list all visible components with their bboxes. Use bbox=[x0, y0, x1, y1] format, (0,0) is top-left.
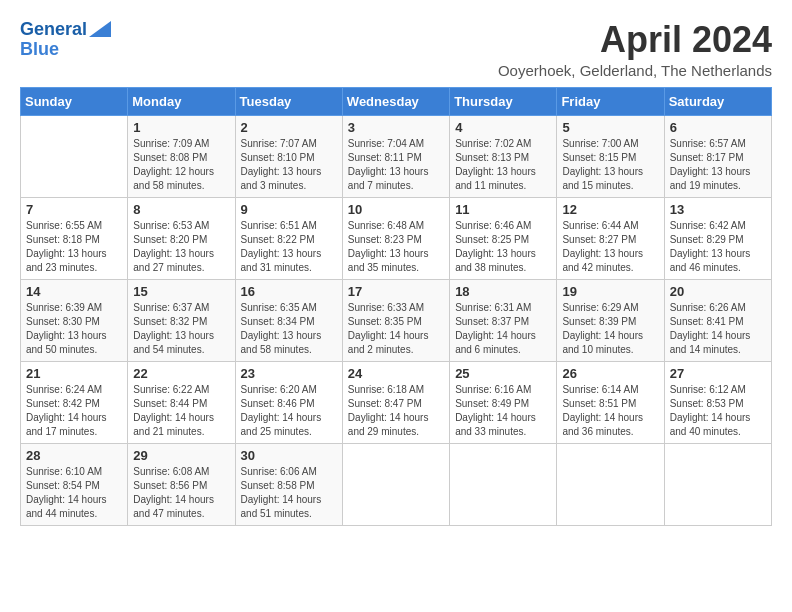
calendar-cell: 13Sunrise: 6:42 AMSunset: 8:29 PMDayligh… bbox=[664, 197, 771, 279]
day-number: 15 bbox=[133, 284, 229, 299]
calendar-cell: 17Sunrise: 6:33 AMSunset: 8:35 PMDayligh… bbox=[342, 279, 449, 361]
day-info: Sunrise: 6:37 AMSunset: 8:32 PMDaylight:… bbox=[133, 301, 229, 357]
day-info: Sunrise: 7:07 AMSunset: 8:10 PMDaylight:… bbox=[241, 137, 337, 193]
day-info: Sunrise: 6:06 AMSunset: 8:58 PMDaylight:… bbox=[241, 465, 337, 521]
day-info: Sunrise: 6:48 AMSunset: 8:23 PMDaylight:… bbox=[348, 219, 444, 275]
day-info: Sunrise: 6:39 AMSunset: 8:30 PMDaylight:… bbox=[26, 301, 122, 357]
calendar-cell: 30Sunrise: 6:06 AMSunset: 8:58 PMDayligh… bbox=[235, 443, 342, 525]
day-info: Sunrise: 7:02 AMSunset: 8:13 PMDaylight:… bbox=[455, 137, 551, 193]
day-number: 18 bbox=[455, 284, 551, 299]
weekday-header-row: SundayMondayTuesdayWednesdayThursdayFrid… bbox=[21, 87, 772, 115]
calendar-cell: 15Sunrise: 6:37 AMSunset: 8:32 PMDayligh… bbox=[128, 279, 235, 361]
calendar-cell: 27Sunrise: 6:12 AMSunset: 8:53 PMDayligh… bbox=[664, 361, 771, 443]
calendar-cell: 22Sunrise: 6:22 AMSunset: 8:44 PMDayligh… bbox=[128, 361, 235, 443]
calendar-cell bbox=[450, 443, 557, 525]
day-info: Sunrise: 6:24 AMSunset: 8:42 PMDaylight:… bbox=[26, 383, 122, 439]
svg-marker-0 bbox=[89, 21, 111, 37]
day-number: 11 bbox=[455, 202, 551, 217]
calendar-cell: 24Sunrise: 6:18 AMSunset: 8:47 PMDayligh… bbox=[342, 361, 449, 443]
day-info: Sunrise: 6:53 AMSunset: 8:20 PMDaylight:… bbox=[133, 219, 229, 275]
calendar-week-1: 7Sunrise: 6:55 AMSunset: 8:18 PMDaylight… bbox=[21, 197, 772, 279]
day-number: 19 bbox=[562, 284, 658, 299]
day-info: Sunrise: 6:35 AMSunset: 8:34 PMDaylight:… bbox=[241, 301, 337, 357]
day-info: Sunrise: 6:44 AMSunset: 8:27 PMDaylight:… bbox=[562, 219, 658, 275]
day-info: Sunrise: 6:29 AMSunset: 8:39 PMDaylight:… bbox=[562, 301, 658, 357]
day-number: 23 bbox=[241, 366, 337, 381]
calendar-cell: 1Sunrise: 7:09 AMSunset: 8:08 PMDaylight… bbox=[128, 115, 235, 197]
month-title: April 2024 bbox=[498, 20, 772, 60]
day-info: Sunrise: 6:22 AMSunset: 8:44 PMDaylight:… bbox=[133, 383, 229, 439]
location-subtitle: Ooyerhoek, Gelderland, The Netherlands bbox=[498, 62, 772, 79]
day-info: Sunrise: 6:57 AMSunset: 8:17 PMDaylight:… bbox=[670, 137, 766, 193]
calendar-cell: 29Sunrise: 6:08 AMSunset: 8:56 PMDayligh… bbox=[128, 443, 235, 525]
calendar-table: SundayMondayTuesdayWednesdayThursdayFrid… bbox=[20, 87, 772, 526]
day-info: Sunrise: 7:04 AMSunset: 8:11 PMDaylight:… bbox=[348, 137, 444, 193]
day-info: Sunrise: 6:51 AMSunset: 8:22 PMDaylight:… bbox=[241, 219, 337, 275]
weekday-header-sunday: Sunday bbox=[21, 87, 128, 115]
day-number: 16 bbox=[241, 284, 337, 299]
page: General Blue April 2024 Ooyerhoek, Gelde… bbox=[0, 0, 792, 536]
day-number: 25 bbox=[455, 366, 551, 381]
calendar-week-3: 21Sunrise: 6:24 AMSunset: 8:42 PMDayligh… bbox=[21, 361, 772, 443]
logo-blue-text: Blue bbox=[20, 40, 59, 60]
calendar-cell bbox=[342, 443, 449, 525]
calendar-cell: 4Sunrise: 7:02 AMSunset: 8:13 PMDaylight… bbox=[450, 115, 557, 197]
weekday-header-wednesday: Wednesday bbox=[342, 87, 449, 115]
calendar-cell: 26Sunrise: 6:14 AMSunset: 8:51 PMDayligh… bbox=[557, 361, 664, 443]
calendar-cell: 18Sunrise: 6:31 AMSunset: 8:37 PMDayligh… bbox=[450, 279, 557, 361]
calendar-cell: 3Sunrise: 7:04 AMSunset: 8:11 PMDaylight… bbox=[342, 115, 449, 197]
weekday-header-tuesday: Tuesday bbox=[235, 87, 342, 115]
day-info: Sunrise: 7:00 AMSunset: 8:15 PMDaylight:… bbox=[562, 137, 658, 193]
calendar-cell: 21Sunrise: 6:24 AMSunset: 8:42 PMDayligh… bbox=[21, 361, 128, 443]
day-number: 22 bbox=[133, 366, 229, 381]
day-number: 6 bbox=[670, 120, 766, 135]
weekday-header-monday: Monday bbox=[128, 87, 235, 115]
logo: General Blue bbox=[20, 20, 111, 60]
day-number: 17 bbox=[348, 284, 444, 299]
calendar-cell: 9Sunrise: 6:51 AMSunset: 8:22 PMDaylight… bbox=[235, 197, 342, 279]
day-number: 5 bbox=[562, 120, 658, 135]
day-info: Sunrise: 6:20 AMSunset: 8:46 PMDaylight:… bbox=[241, 383, 337, 439]
day-number: 1 bbox=[133, 120, 229, 135]
day-info: Sunrise: 7:09 AMSunset: 8:08 PMDaylight:… bbox=[133, 137, 229, 193]
calendar-cell: 6Sunrise: 6:57 AMSunset: 8:17 PMDaylight… bbox=[664, 115, 771, 197]
calendar-week-4: 28Sunrise: 6:10 AMSunset: 8:54 PMDayligh… bbox=[21, 443, 772, 525]
calendar-cell: 12Sunrise: 6:44 AMSunset: 8:27 PMDayligh… bbox=[557, 197, 664, 279]
day-number: 4 bbox=[455, 120, 551, 135]
day-info: Sunrise: 6:46 AMSunset: 8:25 PMDaylight:… bbox=[455, 219, 551, 275]
day-info: Sunrise: 6:31 AMSunset: 8:37 PMDaylight:… bbox=[455, 301, 551, 357]
weekday-header-friday: Friday bbox=[557, 87, 664, 115]
day-info: Sunrise: 6:42 AMSunset: 8:29 PMDaylight:… bbox=[670, 219, 766, 275]
day-number: 3 bbox=[348, 120, 444, 135]
weekday-header-saturday: Saturday bbox=[664, 87, 771, 115]
day-info: Sunrise: 6:08 AMSunset: 8:56 PMDaylight:… bbox=[133, 465, 229, 521]
title-block: April 2024 Ooyerhoek, Gelderland, The Ne… bbox=[498, 20, 772, 79]
day-info: Sunrise: 6:16 AMSunset: 8:49 PMDaylight:… bbox=[455, 383, 551, 439]
day-info: Sunrise: 6:55 AMSunset: 8:18 PMDaylight:… bbox=[26, 219, 122, 275]
day-info: Sunrise: 6:18 AMSunset: 8:47 PMDaylight:… bbox=[348, 383, 444, 439]
day-number: 8 bbox=[133, 202, 229, 217]
day-number: 24 bbox=[348, 366, 444, 381]
calendar-cell: 28Sunrise: 6:10 AMSunset: 8:54 PMDayligh… bbox=[21, 443, 128, 525]
day-info: Sunrise: 6:14 AMSunset: 8:51 PMDaylight:… bbox=[562, 383, 658, 439]
calendar-cell bbox=[664, 443, 771, 525]
calendar-cell: 2Sunrise: 7:07 AMSunset: 8:10 PMDaylight… bbox=[235, 115, 342, 197]
calendar-cell: 10Sunrise: 6:48 AMSunset: 8:23 PMDayligh… bbox=[342, 197, 449, 279]
calendar-cell: 25Sunrise: 6:16 AMSunset: 8:49 PMDayligh… bbox=[450, 361, 557, 443]
calendar-cell: 8Sunrise: 6:53 AMSunset: 8:20 PMDaylight… bbox=[128, 197, 235, 279]
calendar-cell: 11Sunrise: 6:46 AMSunset: 8:25 PMDayligh… bbox=[450, 197, 557, 279]
day-number: 26 bbox=[562, 366, 658, 381]
day-number: 10 bbox=[348, 202, 444, 217]
calendar-cell: 20Sunrise: 6:26 AMSunset: 8:41 PMDayligh… bbox=[664, 279, 771, 361]
calendar-cell bbox=[21, 115, 128, 197]
calendar-cell: 16Sunrise: 6:35 AMSunset: 8:34 PMDayligh… bbox=[235, 279, 342, 361]
day-number: 2 bbox=[241, 120, 337, 135]
weekday-header-thursday: Thursday bbox=[450, 87, 557, 115]
calendar-cell: 14Sunrise: 6:39 AMSunset: 8:30 PMDayligh… bbox=[21, 279, 128, 361]
day-info: Sunrise: 6:12 AMSunset: 8:53 PMDaylight:… bbox=[670, 383, 766, 439]
logo-icon bbox=[89, 21, 111, 37]
calendar-cell: 7Sunrise: 6:55 AMSunset: 8:18 PMDaylight… bbox=[21, 197, 128, 279]
logo-text: General bbox=[20, 20, 87, 40]
day-number: 9 bbox=[241, 202, 337, 217]
day-number: 21 bbox=[26, 366, 122, 381]
